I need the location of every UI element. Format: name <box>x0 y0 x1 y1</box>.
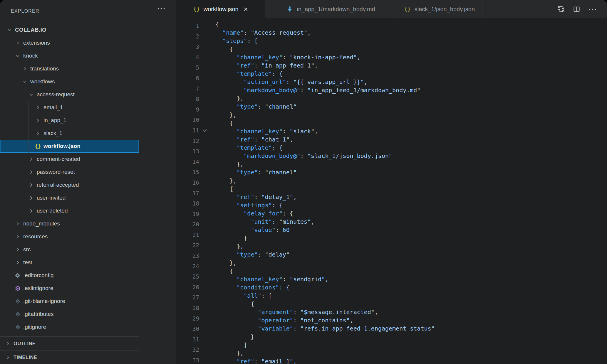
tree-item-label: access-request <box>37 91 75 98</box>
git-file-icon <box>14 311 22 317</box>
code-line: { <box>215 20 607 28</box>
line-number: 3 <box>176 42 199 52</box>
line-number: 32 <box>176 345 199 355</box>
tree-item-label: .eslintignore <box>23 285 53 291</box>
eslint-file-icon <box>14 286 22 291</box>
git-icon <box>15 311 21 317</box>
indent-guide <box>14 62 14 218</box>
tree-item-label: .editorconfig <box>23 272 54 279</box>
panel-timeline[interactable]: TIMELINE <box>0 350 139 364</box>
code-line: }, <box>215 176 607 185</box>
more-actions-icon[interactable]: ⋯ <box>588 5 597 14</box>
chevron-right-icon <box>27 157 35 162</box>
line-number: 21 <box>176 230 199 240</box>
line-number: 10 <box>176 115 199 125</box>
sidebar-panels: OUTLINETIMELINE <box>0 336 139 364</box>
eslint-icon <box>15 286 21 291</box>
tree-item-editorconfig[interactable]: .editorconfig <box>0 269 139 282</box>
indent-guide <box>21 88 21 218</box>
code-line: "settings": { <box>215 201 607 209</box>
tree-item-label: password-reset <box>37 169 75 175</box>
tree-item-translations[interactable]: translations <box>0 62 139 75</box>
tab-in-app-1-markdown-body-md[interactable]: in_app_1/markdown_body.md <box>265 0 397 18</box>
tab-label: slack_1/json_body.json <box>415 6 475 13</box>
tree-item-label: user-invited <box>37 195 66 201</box>
chevron-right-icon <box>34 118 42 123</box>
tree-item-label: .gitignore <box>23 324 46 330</box>
tree-item-label: COLLAB.IO <box>15 27 46 33</box>
git-file-icon <box>14 299 22 304</box>
code-line: "delay_for": { <box>215 209 607 218</box>
code-line: }, <box>215 259 607 267</box>
tree-item-test[interactable]: test <box>0 256 139 269</box>
close-tab-icon[interactable]: × <box>244 5 248 13</box>
chevron-right-icon <box>27 208 35 213</box>
tree-item-label: translations <box>30 65 59 72</box>
code-line: "channel_key": "knock-in-app-feed", <box>215 53 607 61</box>
line-number-gutter: 1234567891011121314151617181920212223242… <box>176 18 199 364</box>
code-line: }, <box>215 242 607 250</box>
line-number: 2 <box>176 31 199 42</box>
tab-workflow-json[interactable]: {}workflow.json× <box>176 0 265 18</box>
json-icon: {} <box>35 144 41 149</box>
line-number: 12 <box>176 136 199 146</box>
tree-item-eslintignore[interactable]: .eslintignore <box>0 282 139 295</box>
chevron-right-icon <box>14 247 22 252</box>
panel-outline[interactable]: OUTLINE <box>0 336 139 350</box>
tree-item-gitignore[interactable]: .gitignore <box>0 321 139 333</box>
chevron-right-icon <box>4 355 12 360</box>
json-icon: {} <box>404 6 411 12</box>
line-number: 33 <box>176 355 199 364</box>
line-number: 5 <box>176 63 199 73</box>
panel-label: TIMELINE <box>14 355 37 360</box>
tree-item-label: resources <box>23 233 48 240</box>
tree-item-label: knock <box>23 53 38 59</box>
tree-item-label: workflows <box>30 78 55 85</box>
editor[interactable]: 1234567891011121314151617181920212223242… <box>176 18 607 364</box>
chevron-down-icon <box>5 28 14 33</box>
line-number: 25 <box>176 272 199 282</box>
code-line: "unit": "minutes", <box>215 218 607 226</box>
open-changes-icon[interactable] <box>557 5 565 13</box>
tree-item-knock[interactable]: knock <box>0 49 139 62</box>
code-content[interactable]: { "name": "Access request", "steps": [ {… <box>215 18 607 364</box>
line-number: 28 <box>176 303 199 314</box>
code-line: "action_url": "{{ vars.app_url }}", <box>215 78 607 86</box>
tree-item-git-blame-ignore[interactable]: .git-blame-ignore <box>0 295 139 308</box>
editor-group: {}workflow.json×in_app_1/markdown_body.m… <box>176 0 607 364</box>
code-line: { <box>215 185 607 193</box>
tab-slack-1-json-body-json[interactable]: {}slack_1/json_body.json <box>397 0 482 18</box>
code-line: "conditions": { <box>215 283 607 291</box>
tree-item-resources[interactable]: resources <box>0 230 139 243</box>
tree-item-extensions[interactable]: extensions <box>0 36 139 49</box>
chevron-down-icon <box>21 79 29 84</box>
code-line: "ref": "in_app_feed_1", <box>215 61 607 70</box>
chevron-right-icon <box>4 341 12 346</box>
tree-item-workflows[interactable]: workflows <box>0 75 139 88</box>
line-number: 8 <box>176 94 199 105</box>
line-number: 26 <box>176 282 199 293</box>
code-line: "ref": "chat_1", <box>215 135 607 144</box>
chevron-right-icon <box>34 105 42 110</box>
code-line: "steps": [ <box>215 37 607 45</box>
tree-item-collab-io[interactable]: COLLAB.IO <box>0 23 139 36</box>
tree-item-label: comment-created <box>37 156 80 162</box>
fold-chevron-down-icon[interactable] <box>202 128 208 135</box>
code-line: "template": { <box>215 70 607 78</box>
explorer-title: EXPLORER <box>11 9 39 14</box>
git-icon <box>15 324 21 330</box>
indent-guide <box>28 101 28 153</box>
tree-item-gitattributes[interactable]: .gitattributes <box>0 308 139 321</box>
code-line: "name": "Access request", <box>215 28 607 37</box>
tree-item-src[interactable]: src <box>0 243 139 256</box>
line-number: 23 <box>176 251 199 261</box>
tree-item-node-modules[interactable]: node_modules <box>0 217 139 230</box>
explorer-more-actions-icon[interactable]: ⋯ <box>157 4 166 13</box>
code-line: "markdown_body@": "in_app_feed_1/markdow… <box>215 86 607 94</box>
code-line: "argument": "$message.interacted", <box>215 308 607 316</box>
chevron-right-icon <box>27 170 35 175</box>
fold-column <box>199 18 215 364</box>
split-editor-icon[interactable] <box>573 6 580 13</box>
line-number: 16 <box>176 178 199 188</box>
tree-item-label: in_app_1 <box>43 117 66 124</box>
